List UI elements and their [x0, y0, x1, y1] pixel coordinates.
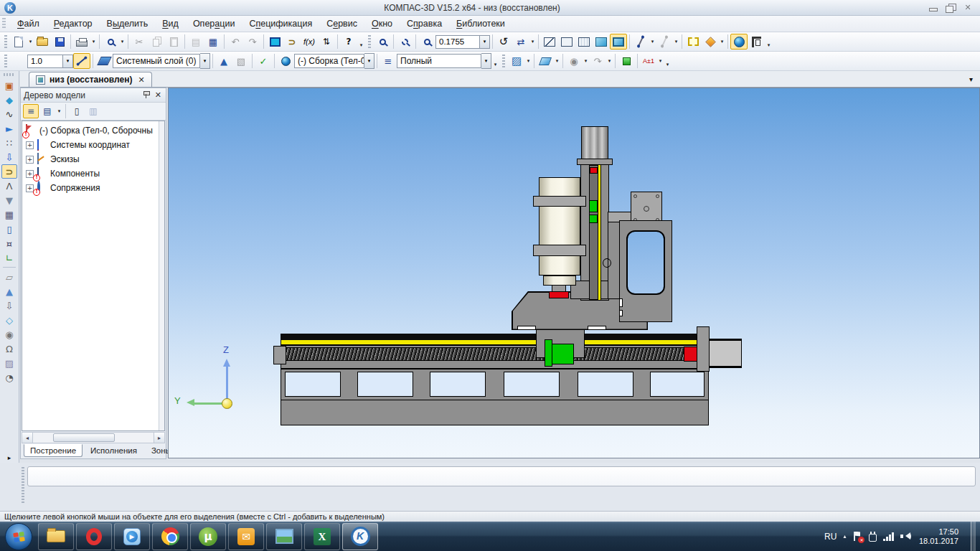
- auto-dimension-caret[interactable]: ▾: [657, 53, 664, 69]
- print-button[interactable]: [73, 34, 90, 50]
- polyline-mode-button[interactable]: ▲: [215, 53, 232, 69]
- current-layer-combo[interactable]: Системный слой (0): [113, 54, 200, 68]
- base-window-4[interactable]: [504, 372, 560, 397]
- quick-line-style-button[interactable]: [632, 34, 649, 50]
- z-rail-channel[interactable]: [589, 165, 598, 300]
- axes-check-button[interactable]: ✓: [255, 53, 272, 69]
- power-icon[interactable]: [869, 534, 877, 542]
- conditional-marks-icon[interactable]: ¤: [1, 236, 17, 250]
- panel-expander[interactable]: ▸: [1, 453, 17, 463]
- variables-button[interactable]: ⇅: [318, 34, 335, 50]
- display-detail-combo[interactable]: Полный: [397, 54, 481, 68]
- menu-view[interactable]: Вид: [155, 17, 186, 31]
- tree-item-coordinate-systems[interactable]: + Системы координат: [22, 138, 159, 152]
- new-document-button[interactable]: [10, 34, 27, 50]
- display-hidden-thin-button[interactable]: [575, 34, 593, 50]
- spec-tools-button[interactable]: ◉: [565, 53, 583, 69]
- base-window-5[interactable]: [578, 372, 633, 397]
- taskbar-outlook-button[interactable]: ✉: [228, 523, 264, 550]
- language-indicator[interactable]: RU: [824, 532, 837, 542]
- surfaces-icon[interactable]: ►: [1, 121, 17, 136]
- dimension-tool-button[interactable]: [618, 53, 635, 69]
- toolbar-grip[interactable]: [2, 18, 6, 29]
- close-button[interactable]: ✕: [963, 4, 973, 12]
- display-wireframe-button[interactable]: [541, 34, 558, 50]
- document-manager-button[interactable]: [266, 34, 283, 50]
- whats-this-help-button[interactable]: ?: [340, 34, 357, 50]
- toolbar-grip[interactable]: [4, 35, 7, 48]
- tab-versions[interactable]: Исполнения: [84, 444, 143, 457]
- menu-select[interactable]: Выделить: [100, 17, 156, 31]
- report-document-button[interactable]: ▯: [69, 104, 85, 118]
- tray-expand-icon[interactable]: ▴: [843, 533, 846, 540]
- spec-tools-caret[interactable]: ▾: [583, 53, 589, 69]
- taskbar-kompas-button[interactable]: K: [342, 523, 378, 550]
- lead-screw[interactable]: [286, 347, 699, 361]
- collections-icon[interactable]: ⊃: [1, 164, 17, 179]
- hide-all-button[interactable]: [684, 34, 702, 50]
- toolbar2-overflow-caret[interactable]: ▾: [491, 53, 499, 69]
- menu-window[interactable]: Окно: [364, 17, 400, 31]
- orientation-caret[interactable]: ▾: [719, 34, 725, 50]
- spindle-clamp-lower[interactable]: [533, 245, 586, 256]
- start-button[interactable]: [5, 523, 32, 550]
- layers-button[interactable]: [95, 53, 113, 69]
- tree-item-sketches[interactable]: + Эскизы: [22, 152, 159, 166]
- print-preview-caret[interactable]: ▾: [119, 34, 126, 50]
- document-tab[interactable]: низ (восстановлен) ✕: [29, 72, 152, 87]
- z-carriage-green-1[interactable]: [589, 200, 598, 212]
- hatch-style-button[interactable]: ▨: [508, 53, 525, 69]
- taskbar-image-viewer-button[interactable]: [266, 523, 302, 550]
- snap-step-button[interactable]: [10, 53, 27, 69]
- collision-check-button[interactable]: [730, 34, 748, 50]
- show-desktop-button[interactable]: [971, 522, 976, 551]
- screw-coupling-red[interactable]: [684, 347, 698, 362]
- sheet-metal-icon[interactable]: ∟: [1, 250, 17, 265]
- tab-construction[interactable]: Построение: [24, 444, 83, 457]
- edit-part-icon[interactable]: ▣: [1, 78, 17, 93]
- auto-dimension-button[interactable]: A±1: [640, 53, 657, 69]
- tree-close-icon[interactable]: ✕: [155, 91, 161, 99]
- tree-view-caret[interactable]: ▾: [56, 103, 62, 119]
- step-value-caret[interactable]: ▾: [63, 55, 73, 68]
- filters-icon[interactable]: ▼: [1, 193, 17, 207]
- menu-service[interactable]: Сервис: [319, 17, 364, 31]
- slot-right[interactable]: [588, 326, 606, 330]
- box-primitive-icon[interactable]: ▨: [1, 356, 17, 370]
- spindle-step[interactable]: [543, 276, 576, 286]
- scroll-right-arrow[interactable]: ▸: [154, 433, 164, 443]
- z-carriage-green-2[interactable]: [589, 215, 598, 223]
- expand-box[interactable]: +: [26, 156, 34, 164]
- z-motor[interactable]: [581, 126, 608, 160]
- display-detail-caret[interactable]: ▾: [481, 53, 491, 69]
- auxiliary-geometry-icon[interactable]: ⇩: [1, 150, 17, 164]
- arrow-tools-caret[interactable]: ▾: [606, 53, 613, 69]
- mold-tools-icon[interactable]: ◔: [1, 370, 17, 385]
- menu-file[interactable]: Файл: [10, 17, 47, 31]
- quick-line-style2-caret[interactable]: ▾: [673, 34, 679, 50]
- print-caret[interactable]: ▾: [90, 34, 97, 50]
- menu-specification[interactable]: Спецификация: [242, 17, 319, 31]
- zoom-scale-caret[interactable]: ▾: [480, 35, 490, 49]
- taskbar-chrome-button[interactable]: [152, 523, 188, 550]
- model-tree-header[interactable]: Дерево модели ✕: [21, 88, 166, 103]
- solids-icon[interactable]: ◆: [1, 93, 17, 107]
- taskbar-media-player-button[interactable]: ▶: [114, 523, 150, 550]
- menu-editor[interactable]: Редактор: [47, 17, 100, 31]
- plane-angle-icon[interactable]: ◇: [1, 313, 17, 327]
- curves-icon[interactable]: ∿: [1, 107, 17, 121]
- machine-base-slab[interactable]: [281, 400, 709, 425]
- sphere-primitive-icon[interactable]: ◉: [1, 327, 17, 342]
- toolbar-grip[interactable]: [368, 35, 371, 48]
- construction-axis-icon[interactable]: ▲: [1, 284, 17, 298]
- hyperlink-button[interactable]: ⊃: [283, 34, 301, 50]
- quick-line-style-caret[interactable]: ▾: [649, 34, 656, 50]
- taskbar-utorrent-button[interactable]: µ: [190, 523, 226, 550]
- slot-left[interactable]: [517, 326, 536, 330]
- guide-rail-top-strip[interactable]: [281, 334, 708, 340]
- network-icon[interactable]: [883, 532, 894, 541]
- taskbar-explorer-button[interactable]: [38, 523, 74, 550]
- property-bar-grip[interactable]: [22, 467, 24, 504]
- tree-item-assembly[interactable]: ! (-) Сборка (Тел-0, Сборочны: [22, 123, 159, 138]
- specification-icon[interactable]: ▯: [1, 222, 17, 236]
